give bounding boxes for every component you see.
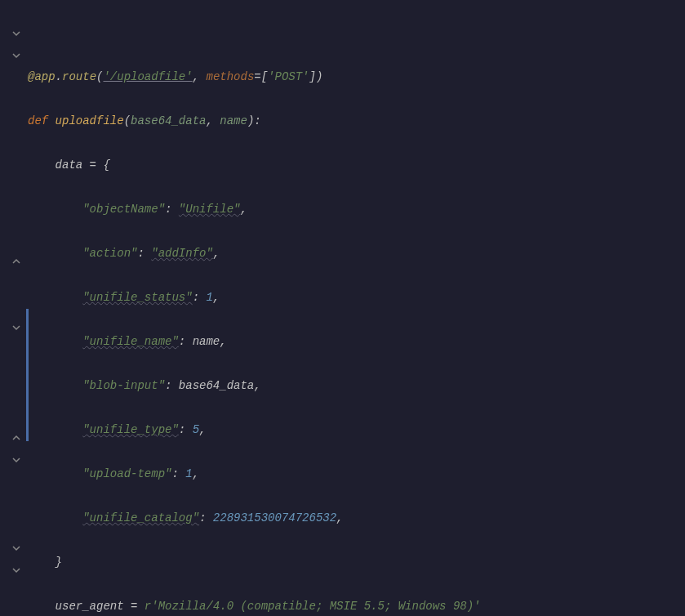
code-line: user_agent = r'Mozilla/4.0 (compatible; …: [28, 596, 685, 616]
code-line: "unifile_catalog": 228931530074726532,: [28, 507, 685, 529]
code-line: "unifile_status": 1,: [28, 287, 685, 309]
code-line: data = {: [28, 154, 685, 176]
code-line: @app.route('/uploadfile', methods=['POST…: [28, 66, 685, 88]
code-line: "objectName": "Unifile",: [28, 199, 685, 221]
fold-icon[interactable]: [11, 565, 21, 575]
code-line: def uploadfile(base64_data, name):: [28, 110, 685, 132]
fold-icon[interactable]: [11, 433, 21, 443]
code-line: "unifile_type": 5,: [28, 419, 685, 441]
change-marker: [26, 309, 29, 441]
code-line: "unifile_name": name,: [28, 331, 685, 353]
fold-icon[interactable]: [11, 543, 21, 553]
code-line: "upload-temp": 1,: [28, 463, 685, 485]
fold-icon[interactable]: [11, 29, 21, 38]
code-area[interactable]: @app.route('/uploadfile', methods=['POST…: [26, 0, 685, 616]
fold-icon[interactable]: [11, 455, 21, 465]
code-editor: @app.route('/uploadfile', methods=['POST…: [0, 0, 685, 616]
code-line: "blob-input": base64_data,: [28, 375, 685, 397]
fold-icon[interactable]: [11, 323, 21, 333]
code-line: }: [28, 551, 685, 574]
code-line: "action": "addInfo",: [28, 243, 685, 265]
gutter: [0, 0, 26, 616]
fold-icon[interactable]: [11, 257, 21, 266]
fold-icon[interactable]: [11, 51, 21, 60]
